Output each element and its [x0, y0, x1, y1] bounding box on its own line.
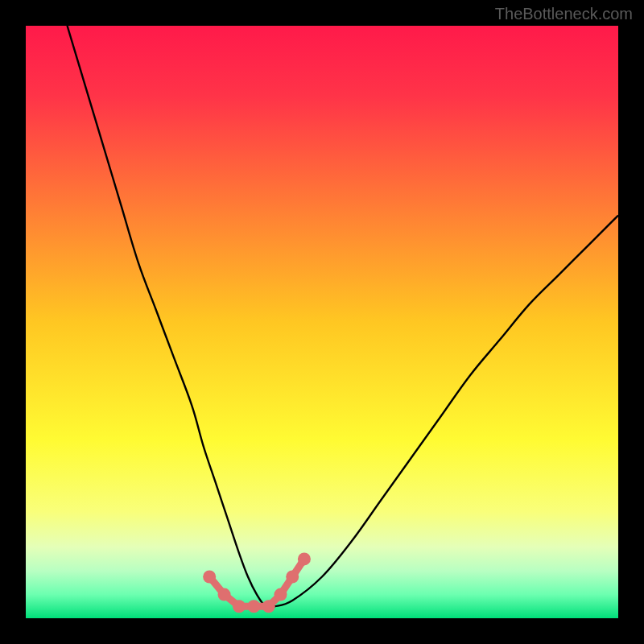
plot-area	[26, 26, 618, 618]
bottleneck-chart	[26, 26, 618, 618]
marker-dot	[233, 600, 246, 613]
marker-dot	[274, 588, 287, 601]
watermark-text: TheBottleneck.com	[495, 5, 633, 23]
marker-dot	[286, 570, 299, 583]
marker-dot	[262, 600, 275, 613]
marker-dot	[203, 570, 216, 583]
gradient-background	[26, 26, 618, 618]
marker-dot	[218, 588, 231, 601]
marker-dot	[298, 552, 311, 565]
marker-dot	[247, 600, 260, 613]
